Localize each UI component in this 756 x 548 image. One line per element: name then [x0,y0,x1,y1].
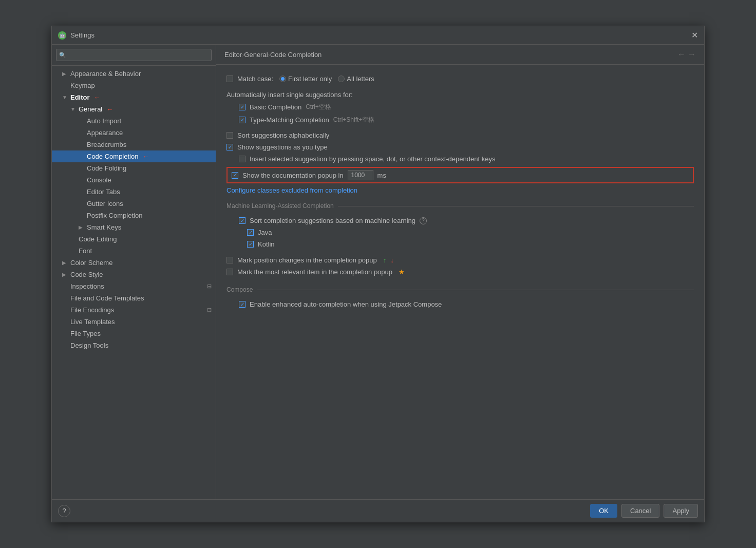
sidebar-item-code-folding[interactable]: Code Folding [52,162,216,174]
sidebar-item-label: Appearance & Behavior [70,70,141,78]
sidebar-item-gutter-icons[interactable]: Gutter Icons [52,198,216,210]
sidebar-item-keymap[interactable]: Keymap [52,80,216,91]
java-row: Java [226,226,694,238]
compose-enable-label: Enable enhanced auto-completion when usi… [250,300,442,308]
nav-forward-button[interactable]: → [688,50,696,59]
auto-insert-label: Automatically insert single suggestions … [226,91,353,99]
basic-completion-shortcut: Ctrl+空格 [306,103,331,111]
java-label: Java [258,229,272,236]
sidebar-item-font[interactable]: Font [52,245,216,257]
type-matching-checkbox[interactable] [239,117,245,123]
sidebar-item-label: Appearance [87,129,123,137]
radio-all-letters[interactable]: All letters [338,75,374,83]
sidebar-item-design-tools[interactable]: Design Tools [52,339,216,351]
radio-all-letters-circle[interactable] [338,75,345,82]
sidebar-item-label: Console [87,176,111,184]
radio-first-letter[interactable]: First letter only [279,75,332,83]
sort-alpha-checkbox[interactable] [226,132,233,139]
mark-relevant-label: Mark the most relevant item in the compl… [237,268,392,276]
search-box: 🔍 [52,45,216,66]
ml-sort-checkbox[interactable] [239,217,245,224]
type-matching-shortcut: Ctrl+Shift+空格 [333,116,375,124]
arrow-icon: ▼ [70,106,77,112]
inspections-badge: ⊟ [207,283,212,290]
sidebar-item-label: Breadcrumbs [87,141,126,148]
breadcrumb-general: General [244,51,268,59]
sidebar-item-code-completion[interactable]: Code Completion ← [52,150,216,162]
sidebar-item-label: Editor Tabs [87,188,120,196]
show-doc-popup-checkbox[interactable] [232,172,238,179]
compose-section-divider: Compose [226,286,694,293]
sidebar-item-breadcrumbs[interactable]: Breadcrumbs [52,139,216,150]
cancel-button[interactable]: Cancel [621,504,659,518]
insert-selected-row: Insert selected suggestion by pressing s… [226,153,694,165]
sidebar-item-label: Editor [70,93,90,101]
compose-enable-checkbox[interactable] [239,301,245,308]
sidebar-item-file-encodings[interactable]: File Encodings ⊟ [52,304,216,316]
arrow-icon: ▶ [62,272,68,277]
sidebar-item-inspections[interactable]: Inspections ⊟ [52,280,216,292]
insert-selected-checkbox[interactable] [239,156,245,162]
help-button[interactable]: ? [58,505,70,517]
match-case-radio-group: First letter only All letters [279,75,374,83]
sidebar-item-label: Design Tools [70,342,108,349]
kotlin-checkbox[interactable] [247,241,254,248]
nav-back-button[interactable]: ← [677,50,686,59]
breadcrumb-code-completion: Code Completion [270,51,322,59]
sidebar-item-appearance[interactable]: Appearance [52,127,216,139]
title-bar: 🤖 Settings ✕ [52,26,704,45]
sidebar-item-editor-tabs[interactable]: Editor Tabs [52,186,216,198]
breadcrumb-row: Editor › General › Code Completion ← → [224,50,696,59]
show-suggestions-checkbox[interactable] [226,144,233,150]
radio-first-letter-circle[interactable] [279,75,286,82]
dialog-title: Settings [70,31,94,39]
title-bar-left: 🤖 Settings [58,31,94,40]
mark-position-checkbox[interactable] [226,257,233,263]
arrow-icon: ▶ [62,260,68,266]
sidebar-item-general[interactable]: ▼ General ← [52,103,216,115]
kotlin-row: Kotlin [226,238,694,250]
sidebar-item-appearance-behavior[interactable]: ▶ Appearance & Behavior [52,68,216,80]
sidebar-item-code-editing[interactable]: Code Editing [52,233,216,245]
sidebar-item-label: Auto Import [87,117,121,125]
ok-button[interactable]: OK [590,504,617,518]
match-case-checkbox[interactable] [226,75,233,82]
settings-content: Match case: First letter only All letter… [216,65,704,499]
up-arrow-icon: ↑ [383,256,387,264]
apply-button[interactable]: Apply [664,504,698,518]
sidebar-tree: ▶ Appearance & Behavior Keymap ▼ Editor … [52,66,216,499]
auto-insert-row: Automatically insert single suggestions … [226,89,694,101]
basic-completion-checkbox[interactable] [239,104,245,110]
close-button[interactable]: ✕ [691,30,698,40]
sidebar-item-label: File Encodings [70,306,114,314]
configure-link[interactable]: Configure classes excluded from completi… [226,186,357,194]
show-doc-popup-label: Show the documentation popup in [242,172,344,179]
sidebar-item-postfix-completion[interactable]: Postfix Completion [52,210,216,221]
sidebar-item-auto-import[interactable]: Auto Import [52,115,216,127]
insert-selected-label: Insert selected suggestion by pressing s… [250,155,495,163]
sidebar-item-live-templates[interactable]: Live Templates [52,316,216,328]
mark-position-label: Mark position changes in the completion … [237,256,377,264]
ml-help-icon[interactable]: ? [420,217,427,224]
ml-sort-label: Sort completion suggestions based on mac… [250,217,415,224]
sidebar-item-code-style[interactable]: ▶ Code Style [52,269,216,280]
breadcrumb-editor: Editor [224,51,242,59]
sidebar-item-smart-keys[interactable]: ▶ Smart Keys [52,221,216,233]
sidebar-item-console[interactable]: Console [52,174,216,186]
sidebar-item-editor[interactable]: ▼ Editor ← [52,91,216,103]
match-case-label: Match case: [237,75,273,83]
sidebar-item-color-scheme[interactable]: ▶ Color Scheme [52,257,216,269]
ml-section-divider: Machine Learning-Assisted Completion [226,202,694,210]
sidebar-item-file-code-templates[interactable]: File and Code Templates [52,292,216,304]
kotlin-label: Kotlin [258,240,275,248]
sidebar-item-label: File Types [70,330,101,337]
java-checkbox[interactable] [247,229,254,236]
type-matching-row: Type-Matching Completion Ctrl+Shift+空格 [226,114,694,126]
divider-line [338,206,694,206]
sidebar-item-file-types[interactable]: File Types [52,328,216,339]
arrow-icon: ▶ [62,71,68,77]
mark-relevant-checkbox[interactable] [226,269,233,275]
ml-sort-row: Sort completion suggestions based on mac… [226,215,694,226]
show-doc-ms-input[interactable] [348,170,373,180]
search-input[interactable] [56,49,212,61]
